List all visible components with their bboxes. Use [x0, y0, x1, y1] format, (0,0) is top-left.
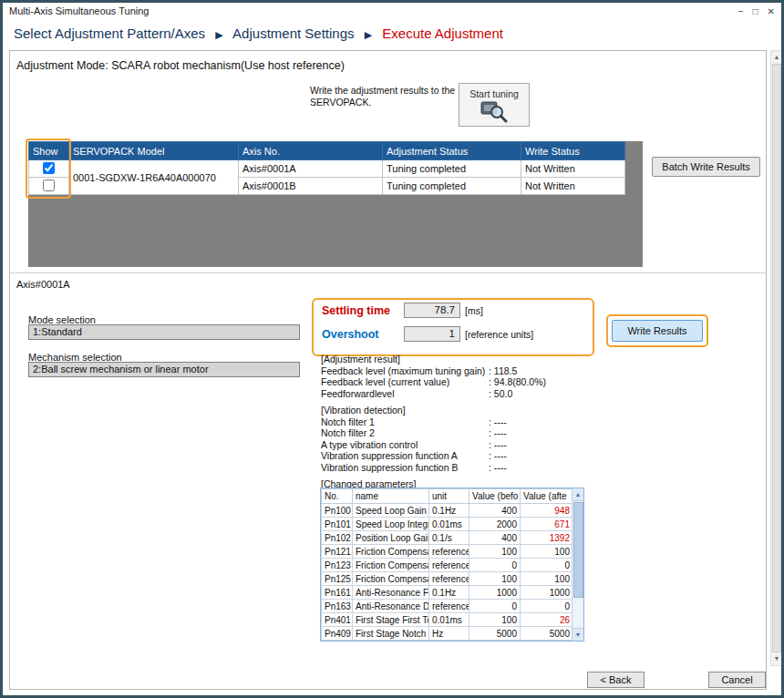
params-scrollbar-thumb[interactable] — [573, 502, 583, 598]
result-line-label: A type vibration control — [321, 439, 489, 451]
axes-col-write-status: Write Status — [521, 142, 625, 160]
param-cell: 100 — [469, 613, 521, 627]
param-row[interactable]: Pn102Position Loop Gain0.1/s4001392 — [322, 531, 573, 545]
param-cell: 0.1/s — [429, 531, 469, 545]
overshoot-unit: [reference units] — [465, 329, 533, 340]
param-cell: Pn123 — [322, 559, 353, 572]
param-cell: 5000 — [469, 627, 521, 641]
result-line-label: Feedback level (current value) — [321, 376, 489, 388]
param-cell: Pn163 — [322, 600, 353, 613]
result-line-value: : 50.0 — [489, 388, 512, 400]
result-line-value: : ---- — [489, 427, 507, 439]
servopack-model-cell: 0001-SGDXW-1R6A40A000070 — [69, 160, 239, 195]
param-row[interactable]: Pn161Anti-Resonance Freque0.1Hz10001000 — [322, 586, 573, 600]
close-button[interactable]: ✕ — [768, 6, 775, 16]
result-line-label: Notch filter 2 — [321, 427, 489, 439]
vibration-detection-title: [Vibration detection] — [321, 405, 587, 416]
show-checkbox-axis-b[interactable] — [43, 180, 55, 191]
param-cell: 0.01ms — [429, 613, 469, 627]
result-line: Vibration suppression function B: ---- — [321, 462, 587, 474]
overshoot-label: Overshoot — [322, 328, 379, 341]
param-row[interactable]: Pn401First Stage First Torque0.01ms10026 — [322, 613, 573, 627]
mode-selection-select[interactable]: 1:Standard — [28, 324, 300, 340]
param-cell: Friction Compensation — [353, 545, 429, 559]
param-row[interactable]: Pn121Friction Compensationreference10010… — [322, 545, 573, 559]
results-block: [Adjustment result] Feedback level (maxi… — [321, 354, 587, 490]
scroll-up-icon[interactable]: ▲ — [573, 488, 583, 501]
param-cell: Pn102 — [322, 531, 353, 545]
param-cell: Pn100 — [322, 504, 353, 518]
param-cell: 1000 — [469, 586, 521, 600]
param-row[interactable]: Pn101Speed Loop Integral Ti0.01ms2000671 — [322, 518, 573, 531]
axes-col-axis-no: Axis No. — [239, 142, 383, 160]
param-cell: Pn161 — [322, 586, 353, 600]
vertical-scrollbar[interactable]: ▲ ▼ — [770, 50, 783, 666]
result-line-value: : ---- — [489, 450, 507, 462]
param-cell: First Stage First Torque — [353, 613, 429, 627]
param-cell: 100 — [521, 545, 573, 559]
axes-col-adjustment-status: Adjustment Status — [383, 142, 521, 160]
result-line-value: : ---- — [489, 416, 507, 428]
result-line: Vibration suppression function A: ---- — [321, 450, 587, 462]
settling-time-label: Settling time — [322, 304, 390, 317]
page-scrollbar-thumb[interactable] — [772, 64, 781, 652]
tuning-magnifier-icon — [479, 99, 510, 123]
result-line: Feedback level (maximum tuning gain): 11… — [321, 365, 587, 377]
result-line: A type vibration control: ---- — [321, 439, 587, 451]
param-cell: 0 — [521, 600, 573, 613]
param-cell: reference — [429, 600, 469, 613]
vibration-lines: Notch filter 1: ----Notch filter 2: ----… — [321, 416, 587, 474]
write-status-cell: Not Written — [521, 160, 625, 178]
adjustment-mode-label: Adjustment Mode: SCARA robot mechanism(U… — [16, 59, 345, 72]
param-cell: 0 — [521, 559, 573, 572]
batch-write-results-button[interactable]: Batch Write Results — [652, 157, 760, 177]
breadcrumb: Select Adjustment Pattern/Axes ▶ Adjustm… — [14, 26, 503, 41]
axis-no-cell: Axis#0001A — [239, 160, 383, 178]
param-cell: 948 — [521, 504, 573, 518]
cancel-button[interactable]: Cancel — [708, 672, 766, 688]
params-scrollbar[interactable]: ▲ ▼ — [572, 488, 583, 641]
write-results-button[interactable]: Write Results — [612, 320, 703, 342]
param-cell: 0 — [469, 559, 521, 572]
param-row[interactable]: Pn123Friction Compensationreference00 — [322, 559, 573, 572]
settling-time-value: 78.7 — [404, 303, 460, 318]
scroll-up-icon[interactable]: ▲ — [771, 51, 782, 64]
axes-col-servopack-model: SERVOPACK Model — [69, 142, 239, 160]
result-line: Notch filter 2: ---- — [321, 427, 587, 439]
scroll-down-icon[interactable]: ▼ — [771, 652, 782, 665]
changed-parameters-table: No. name unit Value (befo Value (afte Pn… — [320, 488, 584, 642]
param-cell: Speed Loop Gain — [353, 504, 429, 518]
param-row[interactable]: Pn125Friction Compensationreference10010… — [322, 572, 573, 586]
back-button[interactable]: < Back — [587, 672, 645, 688]
scroll-down-icon[interactable]: ▼ — [573, 628, 583, 641]
breadcrumb-step-adjustment-settings[interactable]: Adjustment Settings — [232, 26, 354, 41]
breadcrumb-step-select-pattern[interactable]: Select Adjustment Pattern/Axes — [14, 26, 205, 41]
mechanism-selection-select[interactable]: 2:Ball screw mechanism or linear motor — [28, 362, 300, 377]
param-cell: Friction Compensation — [353, 572, 429, 586]
overshoot-value: 1 — [404, 326, 460, 342]
result-line-label: Feedback level (maximum tuning gain) — [321, 365, 489, 377]
show-cell — [29, 178, 69, 195]
param-cell: Pn401 — [322, 613, 353, 627]
param-cell: Pn409 — [322, 627, 353, 641]
param-row[interactable]: Pn163Anti-Resonance Dampreference00 — [322, 600, 573, 613]
param-cell: 0.1Hz — [429, 504, 469, 518]
param-cell: 100 — [469, 572, 521, 586]
param-row[interactable]: Pn409First Stage Notch FilterHz50005000 — [322, 627, 573, 641]
result-line-label: Vibration suppression function B — [321, 462, 489, 474]
params-col-value-before: Value (befo — [469, 489, 521, 504]
param-cell: 100 — [469, 545, 521, 559]
maximize-button[interactable]: □ — [753, 6, 758, 16]
section-divider — [10, 272, 766, 273]
param-cell: reference — [429, 559, 469, 572]
param-cell: reference — [429, 545, 469, 559]
axes-table: Show SERVOPACK Model Axis No. Adjustment… — [28, 141, 625, 195]
axes-col-show: Show — [29, 142, 69, 160]
param-row[interactable]: Pn100Speed Loop Gain0.1Hz400948 — [322, 504, 573, 518]
minimize-button[interactable]: − — [738, 6, 744, 16]
show-checkbox-axis-a[interactable] — [43, 162, 55, 174]
adjustment-result-title: [Adjustment result] — [321, 354, 587, 365]
start-tuning-button[interactable]: Start tuning — [459, 83, 530, 127]
result-line: Feedback level (current value): 94.8(80.… — [321, 376, 587, 388]
table-row[interactable]: 0001-SGDXW-1R6A40A000070 Axis#0001A Tuni… — [29, 160, 625, 178]
